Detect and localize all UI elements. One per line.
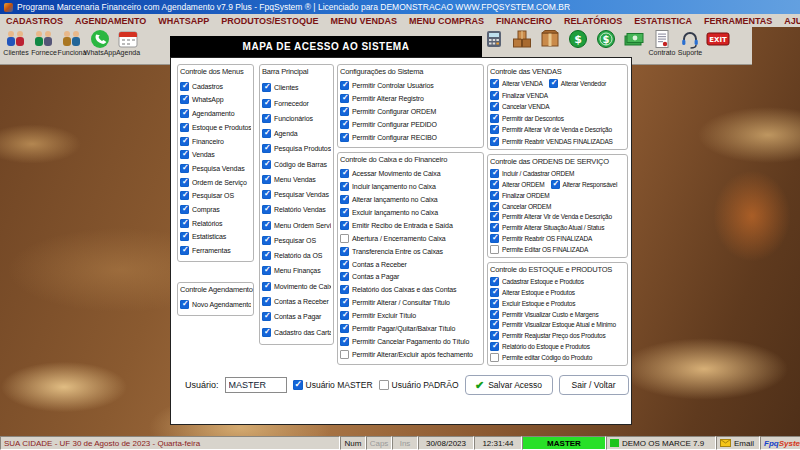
user-input[interactable] — [225, 377, 287, 393]
checkbox-codigo-de-barras[interactable]: Código de Barras — [262, 160, 327, 169]
checkbox-whatsapp[interactable]: WhatsApp — [180, 95, 224, 104]
checkbox-permitir-configurar-ordem[interactable]: Permitir Configurar ORDEM — [340, 107, 436, 116]
checkbox-novo-agendamento[interactable]: Novo Agendamento — [180, 300, 251, 309]
checkbox-abertura-encerramento-caixa[interactable]: Abertura / Encerramento Caixa — [340, 234, 446, 243]
checkbox-acessar-movimento-de-caixa[interactable]: Acessar Movimento de Caixa — [340, 169, 440, 178]
checkbox-pesquisa-vendas[interactable]: Pesquisa Vendas — [180, 164, 245, 173]
save-access-button[interactable]: ✔ Salvar Acesso — [465, 375, 553, 395]
checkbox-agenda[interactable]: Agenda — [262, 129, 298, 138]
checkbox-excluir-estoque-e-produtos[interactable]: Excluir Estoque e Produtos — [490, 299, 575, 308]
menu-item-menu-compras[interactable]: MENU COMPRAS — [403, 14, 490, 27]
checkbox-finalizar-ordem[interactable]: Finalizar ORDEM — [490, 191, 550, 200]
toolbar-funcionarios[interactable]: Funciona — [58, 28, 86, 56]
menu-item-agendamento[interactable]: AGENDAMENTO — [69, 14, 152, 27]
menu-item-financeiro[interactable]: FINANCEIRO — [490, 14, 558, 27]
checkbox-incluir-cadastrar-ordem[interactable]: Incluir / Cadastrar ORDEM — [490, 169, 574, 178]
checkbox-usuario-padrao[interactable]: Usuário PADRÃO — [379, 380, 459, 390]
checkbox-compras[interactable]: Compras — [180, 205, 220, 214]
toolbar-suporte[interactable]: Suporte — [676, 28, 704, 56]
checkbox-cancelar-venda[interactable]: Cancelar VENDA — [490, 102, 549, 111]
checkbox-permitir-excluir-titulo[interactable]: Permitir Excluir Título — [340, 311, 416, 320]
checkbox-permitir-visualizar-custo-e-margens[interactable]: Permitir Visualizar Custo e Margens — [490, 310, 599, 319]
toolbar-produtos[interactable] — [536, 28, 564, 49]
toolbar-sair[interactable]: EXIT — [704, 28, 732, 49]
checkbox-pesquisar-os[interactable]: Pesquisar OS — [262, 236, 316, 245]
checkbox-relatorio-do-estoque-e-produtos[interactable]: Relatório do Estoque e Produtos — [490, 342, 590, 351]
menu-item-menu-vendas[interactable]: MENU VENDAS — [324, 14, 403, 27]
checkbox-permitir-reajustar-preco-dos-produtos[interactable]: Permitir Reajustar Preço dos Produtos — [490, 331, 606, 340]
checkbox-permitir-alterar-consultar-titulo[interactable]: Permitir Alterar / Consultar Título — [340, 298, 450, 307]
checkbox-permitir-pagar-quitar-baixar-titulo[interactable]: Permitir Pagar/Quitar/Baixar Título — [340, 324, 455, 333]
checkbox-transferencia-entre-os-caixas[interactable]: Transferencia Entre os Caixas — [340, 247, 443, 256]
checkbox-usuario-master[interactable]: Usuário MASTER — [293, 380, 373, 390]
checkbox-permitir-alterar-situacao-atual-status[interactable]: Permitir Alterar Situação Atual / Status — [490, 223, 604, 232]
checkbox-menu-financas[interactable]: Menu Finanças — [262, 266, 321, 275]
checkbox-financeiro[interactable]: Financeiro — [180, 137, 224, 146]
toolbar-caixa[interactable] — [620, 28, 648, 49]
checkbox-relatorio-dos-caixas-e-das-contas[interactable]: Relatório dos Caixas e das Contas — [340, 285, 456, 294]
checkbox-alterar-lancamento-no-caixa[interactable]: Alterar lançamento no Caixa — [340, 195, 438, 204]
checkbox-permite-editar-codigo-do-produto[interactable]: Permite editar Código do Produto — [490, 353, 592, 362]
checkbox-clientes[interactable]: Clientes — [262, 83, 299, 92]
checkbox-estoque-e-produtos[interactable]: Estoque e Produtos — [180, 123, 251, 132]
checkbox-permitir-alterar-vlr-de-venda-e-descricao[interactable]: Permitir Alterar Vlr de Venda e Descriçã… — [490, 212, 612, 221]
menu-item-estatistica[interactable]: ESTATISTICA — [628, 14, 698, 27]
checkbox-pesquisar-vendas[interactable]: Pesquisar Vendas — [262, 190, 329, 199]
checkbox-vendas[interactable]: Vendas — [180, 150, 215, 159]
checkbox-incluir-lancamento-no-caixa[interactable]: Incluir lançamento no Caixa — [340, 182, 436, 191]
menu-item-relatorios[interactable]: RELATÓRIOS — [558, 14, 628, 27]
checkbox-permitir-cancelar-pagamento-do-titulo[interactable]: Permitir Cancelar Pagamento do Título — [340, 337, 469, 346]
checkbox-ordem-de-servico[interactable]: Ordem de Serviço — [180, 178, 247, 187]
checkbox-permitir-alterar-vlr-de-venda-e-descricao[interactable]: Permitir Alterar Vlr de Venda e Descriçã… — [490, 125, 612, 134]
menu-item-whatsapp[interactable]: WHATSAPP — [152, 14, 215, 27]
checkbox-permite-editar-os-finalizada[interactable]: Permite Editar OS FINALIZADA — [490, 245, 588, 254]
menu-item-ferramentas[interactable]: FERRAMENTAS — [698, 14, 778, 27]
checkbox-funcionarios[interactable]: Funcionários — [262, 114, 313, 123]
toolbar-caixa-registradora[interactable] — [480, 28, 508, 49]
checkbox-ferramentas[interactable]: Ferramentas — [180, 246, 231, 255]
checkbox-alterar-venda[interactable]: Alterar VENDA — [490, 79, 543, 88]
menu-item-cadastros[interactable]: CADASTROS — [0, 14, 69, 27]
checkbox-relatorios[interactable]: Relatórios — [180, 219, 223, 228]
checkbox-finalizar-venda[interactable]: Finalizar VENDA — [490, 91, 548, 100]
toolbar-agenda[interactable]: Agenda — [114, 28, 142, 56]
checkbox-alterar-vendedor[interactable]: Alterar Vendedor — [549, 79, 607, 88]
status-email[interactable]: Email — [716, 436, 760, 450]
checkbox-cadastrar-estoque-e-produtos[interactable]: Cadastrar Estoque e Produtos — [490, 277, 584, 286]
checkbox-estatisticas[interactable]: Estatisticas — [180, 232, 226, 241]
checkbox-alterar-responsavel[interactable]: Alterar Responsável — [551, 180, 618, 189]
checkbox-excluir-lancamento-no-caixa[interactable]: Excluir lançamento no Caixa — [340, 208, 438, 217]
toolbar-fornecedores[interactable]: Fornece — [30, 28, 58, 56]
checkbox-contas-a-receber[interactable]: Contas a Receber — [262, 297, 329, 306]
checkbox-contas-a-pagar[interactable]: Contas a Pagar — [262, 312, 321, 321]
checkbox-alterar-estoque-e-produtos[interactable]: Alterar Estoque e Produtos — [490, 288, 575, 297]
toolbar-contrato[interactable]: Contrato — [648, 28, 676, 56]
checkbox-permitir-configurar-recibo[interactable]: Permitir Configurar RECIBO — [340, 133, 437, 142]
toolbar-estoque[interactable] — [508, 28, 536, 49]
checkbox-fornecedor[interactable]: Fornecedor — [262, 99, 309, 108]
checkbox-emitir-recibo-de-entrada-e-saida[interactable]: Emitir Recibo de Entrada e Saída — [340, 221, 453, 230]
exit-button[interactable]: Sair / Voltar — [559, 375, 629, 395]
checkbox-permitir-alterar-registro[interactable]: Permitir Alterar Registro — [340, 94, 424, 103]
checkbox-menu-vendas[interactable]: Menu Vendas — [262, 175, 316, 184]
toolbar-vendas[interactable]: $ — [564, 28, 592, 49]
toolbar-financeiro[interactable]: $ — [592, 28, 620, 49]
checkbox-permitir-visualizar-estoque-atual-e-minimo[interactable]: Permitir Visualizar Estoque Atual e Mini… — [490, 320, 616, 329]
checkbox-permitir-reabrir-vendas-finalizadas[interactable]: Permitir Reabrir VENDAS FINALIZADAS — [490, 137, 613, 146]
checkbox-permitir-configurar-pedido[interactable]: Permitir Configurar PEDIDO — [340, 120, 437, 129]
checkbox-contas-a-pagar[interactable]: Contas a Pagar — [340, 272, 399, 281]
checkbox-permitir-alterar-excluir-apos-fechamento[interactable]: Permitir Alterar/Excluir após fechamento — [340, 350, 473, 359]
checkbox-alterar-ordem[interactable]: Alterar ORDEM — [490, 180, 545, 189]
checkbox-relatorio-da-os[interactable]: Relatório da OS — [262, 251, 322, 260]
checkbox-pesquisar-os[interactable]: Pesquisar OS — [180, 191, 234, 200]
menu-item-ajuda[interactable]: AJUDA — [778, 14, 800, 27]
checkbox-contas-a-receber[interactable]: Contas a Receber — [340, 260, 407, 269]
checkbox-permitir-reabrir-os-finalizada[interactable]: Permitir Reabrir OS FINALIZADA — [490, 234, 592, 243]
checkbox-cancelar-ordem[interactable]: Cancelar ORDEM — [490, 202, 551, 211]
checkbox-pesquisa-produtos[interactable]: Pesquisa Produtos — [262, 144, 331, 153]
checkbox-movimento-de-caixa[interactable]: Movimento de Caixa — [262, 282, 331, 291]
toolbar-whatsapp[interactable]: WhatsApp — [86, 28, 114, 56]
checkbox-permitir-dar-descontos[interactable]: Permitir dar Descontos — [490, 114, 564, 123]
checkbox-cadastro-das-cartas[interactable]: Cadastro das Cartas — [262, 328, 331, 337]
checkbox-cadastros[interactable]: Cadastros — [180, 82, 223, 91]
